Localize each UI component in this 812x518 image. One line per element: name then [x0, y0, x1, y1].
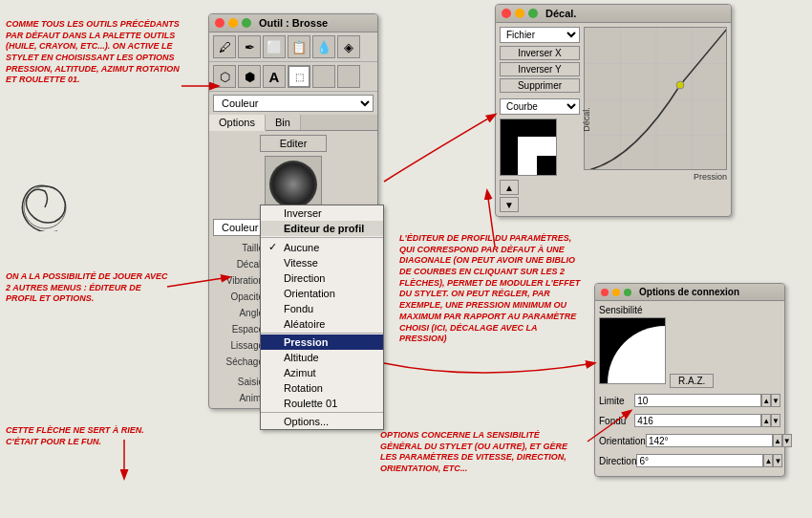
tool-icon-burn[interactable]: ⬢ — [238, 65, 261, 88]
menu-inverser[interactable]: Inverser — [261, 205, 383, 221]
param-opacite-label: Opacité — [213, 291, 267, 302]
curve-title-label: Décal. — [545, 8, 576, 19]
tool-icons-row-2: ⬡ ⬢ A ⬚ — [209, 62, 377, 92]
tool-icon-clone[interactable]: 📋 — [288, 35, 310, 58]
param-espace-label: Espace — [213, 324, 267, 335]
curve-x-label: Pression — [584, 172, 727, 182]
options-fondu-label: Fondu — [599, 416, 634, 426]
menu-aucune[interactable]: ✓ Aucune — [261, 239, 383, 255]
options-limite-input[interactable] — [634, 394, 761, 407]
curve-preview-black2 — [537, 156, 556, 175]
tool-icon-extra2[interactable] — [337, 65, 360, 88]
annotation-1: Comme tous les outils précédants par déf… — [6, 19, 182, 86]
tool-icon-pen[interactable]: ✒ — [238, 35, 261, 58]
edit-button[interactable]: Editer — [260, 135, 328, 152]
tool-icon-dodge[interactable]: ⬡ — [213, 65, 236, 88]
options-fondu-down[interactable]: ▼ — [771, 414, 780, 427]
menu-rotation-label: Rotation — [284, 382, 323, 394]
options-fondu-input[interactable] — [634, 414, 761, 427]
options-minimize-dot[interactable] — [612, 289, 620, 296]
menu-fondu[interactable]: Fondu — [261, 301, 383, 316]
curve-courbe-row: Courbe — [500, 98, 580, 115]
menu-roulette[interactable]: Roulette 01 — [261, 396, 383, 411]
options-param-fondu: Fondu ▲ ▼ — [599, 412, 780, 429]
curve-body: Fichier Inverser X Inverser Y Supprimer … — [496, 23, 731, 216]
tab-bin[interactable]: Bin — [266, 115, 301, 130]
param-angle-label: Angle — [213, 308, 267, 318]
options-limite-down[interactable]: ▼ — [771, 394, 780, 407]
tool-icon-smudge[interactable]: 💧 — [312, 35, 335, 58]
options-title-label: Options de connexion — [639, 287, 739, 297]
tool-icon-extra1[interactable] — [312, 65, 335, 88]
tab-options[interactable]: Options — [209, 115, 266, 131]
menu-rotation[interactable]: Rotation — [261, 380, 383, 396]
options-raz-button[interactable]: R.A.Z. — [670, 374, 714, 388]
param-taille-label: Taille — [213, 243, 267, 253]
tool-icon-select[interactable]: ⬚ — [288, 65, 310, 88]
close-dot[interactable] — [215, 18, 224, 28]
color-dropdown-row: Couleur — [209, 92, 377, 115]
tool-icon-brush[interactable]: 🖊 — [213, 35, 236, 58]
options-limite-up[interactable]: ▲ — [761, 394, 771, 407]
menu-pression-label: Pression — [284, 336, 328, 348]
annotation-4: L'éditeur de Profil du paramètres, qui c… — [399, 233, 586, 345]
menu-orientation[interactable]: Orientation — [261, 286, 383, 301]
menu-options[interactable]: Options... — [261, 414, 383, 429]
options-maximize-dot[interactable] — [624, 289, 631, 296]
param-decal-label: Décal. — [213, 259, 267, 270]
options-direction-label: Direction — [599, 456, 636, 466]
annotation-2: On a la possibilité de jouer avec 2 autr… — [6, 271, 168, 305]
menu-azimut[interactable]: Azimut — [261, 365, 383, 380]
curve-arrow-down[interactable]: ▼ — [500, 197, 519, 212]
curve-minimize-dot[interactable] — [515, 9, 524, 18]
menu-direction-label: Direction — [284, 272, 325, 284]
curve-courbe-dropdown[interactable]: Courbe — [500, 98, 580, 115]
menu-options-label: Options... — [284, 416, 329, 427]
options-orientation-up[interactable]: ▲ — [773, 434, 782, 447]
menu-editeur-header[interactable]: Editeur de profil — [261, 221, 383, 236]
curve-inverser-x-btn[interactable]: Inverser X — [500, 46, 580, 60]
curve-arrow-up[interactable]: ▲ — [500, 180, 519, 195]
options-fondu-up[interactable]: ▲ — [761, 414, 771, 427]
curve-supprimer-btn[interactable]: Supprimer — [500, 78, 580, 93]
param-vibration-label: Vibration — [213, 275, 267, 286]
annotation-3: Cette flèche ne sert à rien. C'était pou… — [6, 425, 159, 447]
tool-icons-row-1: 🖊 ✒ ⬜ 📋 💧 ◈ — [209, 32, 377, 62]
menu-altitude-label: Altitude — [284, 352, 319, 363]
curve-inverser-y-btn[interactable]: Inverser Y — [500, 62, 580, 76]
options-orientation-down[interactable]: ▼ — [782, 434, 792, 447]
options-close-dot[interactable] — [601, 289, 609, 296]
curve-fichier-row: Fichier — [500, 27, 580, 43]
menu-aleatoire[interactable]: Aléatoire — [261, 316, 383, 332]
curve-arrow-btns: ▲ ▼ — [500, 180, 580, 212]
annotation-5: Options concerne la sensibilité général … — [380, 430, 581, 475]
menu-pression[interactable]: Pression — [261, 335, 383, 350]
options-param-limite: Limite ▲ ▼ — [599, 392, 780, 409]
tool-icon-text[interactable]: A — [263, 65, 286, 88]
color-dropdown[interactable]: Couleur — [213, 95, 374, 112]
options-orientation-input[interactable] — [646, 434, 773, 447]
options-preview — [599, 317, 666, 384]
maximize-dot[interactable] — [242, 18, 251, 28]
param-saisie-label: Saisie — [213, 377, 267, 387]
tool-icon-eraser[interactable]: ⬜ — [263, 35, 286, 58]
menu-altitude[interactable]: Altitude — [261, 350, 383, 365]
menu-vitesse[interactable]: Vitesse — [261, 255, 383, 270]
curve-maximize-dot[interactable] — [528, 9, 538, 18]
tool-tabs: Options Bin — [209, 115, 377, 131]
curve-fichier-dropdown[interactable]: Fichier — [500, 27, 580, 43]
curve-left-panel: Fichier Inverser X Inverser Y Supprimer … — [500, 27, 580, 212]
minimize-dot[interactable] — [228, 18, 238, 28]
param-sechage-label: Séchage — [213, 356, 267, 367]
tool-panel-label: Outil : Brosse — [259, 17, 328, 29]
param-anim-label: Anim. — [213, 393, 267, 403]
menu-direction[interactable]: Direction — [261, 270, 383, 286]
curve-svg — [584, 27, 727, 170]
options-direction-down[interactable]: ▼ — [773, 454, 782, 467]
spiral-icon — [21, 183, 69, 231]
curve-close-dot[interactable] — [502, 9, 511, 18]
options-direction-input[interactable] — [636, 454, 763, 467]
tool-icon-blur[interactable]: ◈ — [337, 35, 360, 58]
options-direction-up[interactable]: ▲ — [763, 454, 773, 467]
check-aucune: ✓ — [268, 241, 280, 253]
